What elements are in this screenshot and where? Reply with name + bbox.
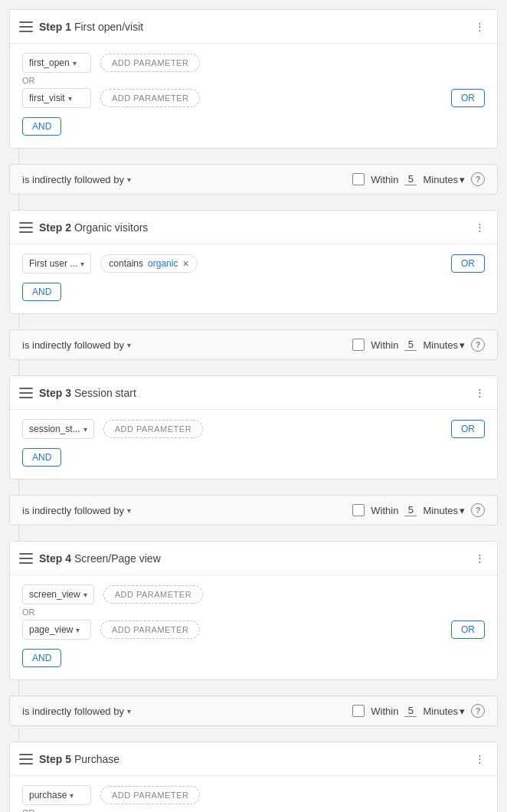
or-button-3[interactable]: OR — [451, 420, 485, 438]
help-icon-2[interactable]: ? — [471, 338, 485, 352]
step-title-4: Step 4 Screen/Page view — [39, 552, 472, 565]
or-button-4[interactable]: OR — [451, 620, 485, 639]
caret-icon: ▾ — [68, 94, 72, 103]
unit-caret-3: ▾ — [460, 505, 465, 516]
add-param-btn-1-0[interactable]: ADD PARAMETER — [100, 54, 200, 72]
unit-caret-1: ▾ — [460, 174, 465, 185]
and-button-1[interactable]: AND — [22, 117, 61, 136]
step-card-3: Step 3 Session start ⋮ session_st... ▾ A… — [9, 375, 498, 480]
connector-select-4[interactable]: is indirectly followed by ▾ — [22, 706, 131, 717]
unit-caret-4: ▾ — [460, 706, 465, 717]
svg-rect-6 — [19, 388, 33, 389]
connector-line-1 — [18, 149, 19, 164]
connector-caret-4: ▾ — [127, 707, 131, 715]
step-body-4: screen_view ▾ ADD PARAMETER OR page_view… — [10, 575, 497, 679]
add-param-btn-5-0[interactable]: ADD PARAMETER — [100, 786, 200, 804]
caret-icon-4a: ▾ — [83, 591, 87, 599]
step-title-2: Step 2 Organic visitors — [39, 221, 472, 234]
event-row-3: session_st... ▾ ADD PARAMETER OR — [22, 419, 485, 439]
drag-icon-5 — [19, 754, 33, 765]
event-name-btn-screen-view[interactable]: screen_view ▾ — [22, 584, 94, 604]
or-button-2[interactable]: OR — [451, 254, 485, 273]
event-row-5-1: purchase ▾ ADD PARAMETER — [22, 785, 485, 805]
event-name-btn-first-user[interactable]: First user ... ▾ — [22, 254, 91, 273]
event-row-1: first_open ▾ ADD PARAMETER — [22, 53, 485, 73]
step-header-3: Step 3 Session start ⋮ — [10, 376, 497, 410]
within-checkbox-2[interactable] — [352, 339, 365, 351]
event-row-2: First user ... ▾ contains organic × OR — [22, 254, 485, 273]
svg-rect-11 — [19, 562, 33, 564]
connector-line-6 — [18, 526, 19, 541]
step-menu-button-1[interactable]: ⋮ — [472, 18, 488, 35]
help-icon-3[interactable]: ? — [471, 503, 485, 517]
unit-caret-2: ▾ — [460, 339, 465, 351]
event-name-btn-first-visit[interactable]: first_visit ▾ — [22, 88, 91, 108]
event-name-btn-page-view[interactable]: page_view ▾ — [22, 620, 91, 640]
connector-line-7 — [18, 680, 19, 696]
step-header-5: Step 5 Purchase ⋮ — [10, 742, 497, 776]
and-button-3[interactable]: AND — [22, 448, 61, 467]
within-unit-select-2[interactable]: Minutes ▾ — [423, 339, 465, 351]
step-title-3: Step 3 Session start — [39, 387, 472, 399]
within-unit-select-3[interactable]: Minutes ▾ — [423, 505, 465, 516]
and-button-2[interactable]: AND — [22, 283, 61, 301]
connector-line-5 — [18, 480, 19, 495]
within-unit-select-1[interactable]: Minutes ▾ — [423, 174, 465, 185]
drag-icon-3 — [19, 388, 33, 398]
add-param-btn-1-1[interactable]: ADD PARAMETER — [100, 89, 200, 107]
step-menu-button-3[interactable]: ⋮ — [472, 384, 488, 401]
within-section-2: Within 5 Minutes ▾ ? — [352, 338, 485, 352]
connector-line-4 — [18, 360, 19, 375]
or-label-4: OR — [22, 607, 485, 617]
chip-close-2[interactable]: × — [182, 258, 188, 269]
step-menu-button-4[interactable]: ⋮ — [472, 549, 488, 567]
svg-rect-8 — [19, 397, 33, 398]
connector-caret-2: ▾ — [127, 341, 131, 349]
svg-rect-5 — [19, 231, 33, 233]
or-label-1: OR — [22, 76, 485, 85]
connector-3: is indirectly followed by ▾ Within 5 Min… — [9, 495, 498, 526]
event-name-btn-first-open[interactable]: first_open ▾ — [22, 53, 91, 73]
svg-rect-4 — [19, 227, 33, 228]
svg-rect-13 — [19, 758, 33, 760]
step-menu-button-2[interactable]: ⋮ — [472, 218, 488, 236]
within-checkbox-1[interactable] — [352, 173, 365, 185]
caret-icon-5a: ▾ — [70, 791, 74, 800]
svg-rect-9 — [19, 553, 33, 555]
event-name-btn-purchase[interactable]: purchase ▾ — [22, 785, 91, 805]
add-param-btn-4-0[interactable]: ADD PARAMETER — [103, 585, 203, 604]
step-header-1: Step 1 First open/visit ⋮ — [10, 10, 497, 44]
drag-icon — [19, 21, 33, 32]
caret-icon-4b: ▾ — [76, 626, 80, 634]
svg-rect-10 — [19, 558, 33, 559]
event-row-1-2: first_visit ▾ ADD PARAMETER OR — [22, 88, 485, 108]
help-icon-1[interactable]: ? — [471, 172, 485, 186]
step-card-4: Step 4 Screen/Page view ⋮ screen_view ▾ … — [9, 541, 498, 680]
filter-chip-2[interactable]: contains organic × — [100, 254, 197, 273]
within-checkbox-3[interactable] — [352, 504, 365, 516]
connector-select-2[interactable]: is indirectly followed by ▾ — [22, 339, 131, 351]
connector-select-1[interactable]: is indirectly followed by ▾ — [22, 174, 131, 185]
within-unit-select-4[interactable]: Minutes ▾ — [423, 706, 465, 717]
step-card-2: Step 2 Organic visitors ⋮ First user ...… — [9, 210, 498, 314]
step-header-4: Step 4 Screen/Page view ⋮ — [10, 542, 497, 575]
svg-rect-0 — [19, 21, 33, 23]
svg-rect-7 — [19, 392, 33, 394]
connector-select-3[interactable]: is indirectly followed by ▾ — [22, 505, 131, 516]
add-param-btn-3-0[interactable]: ADD PARAMETER — [103, 420, 203, 438]
step-body-3: session_st... ▾ ADD PARAMETER OR AND — [10, 410, 497, 479]
help-icon-4[interactable]: ? — [471, 704, 485, 718]
and-button-4[interactable]: AND — [22, 649, 61, 667]
connector-line-8 — [18, 726, 19, 742]
event-name-btn-session[interactable]: session_st... ▾ — [22, 419, 94, 439]
connector-caret-3: ▾ — [127, 506, 131, 515]
within-checkbox-4[interactable] — [352, 705, 365, 717]
step-card-5: Step 5 Purchase ⋮ purchase ▾ ADD PARAMET… — [9, 742, 498, 812]
add-param-btn-4-1[interactable]: ADD PARAMETER — [100, 620, 200, 639]
event-row-4-1: screen_view ▾ ADD PARAMETER — [22, 584, 485, 604]
drag-icon-2 — [19, 222, 33, 233]
step-menu-button-5[interactable]: ⋮ — [472, 750, 488, 768]
caret-icon-2: ▾ — [80, 260, 84, 268]
svg-rect-1 — [19, 26, 33, 28]
or-button-1[interactable]: OR — [451, 89, 485, 107]
